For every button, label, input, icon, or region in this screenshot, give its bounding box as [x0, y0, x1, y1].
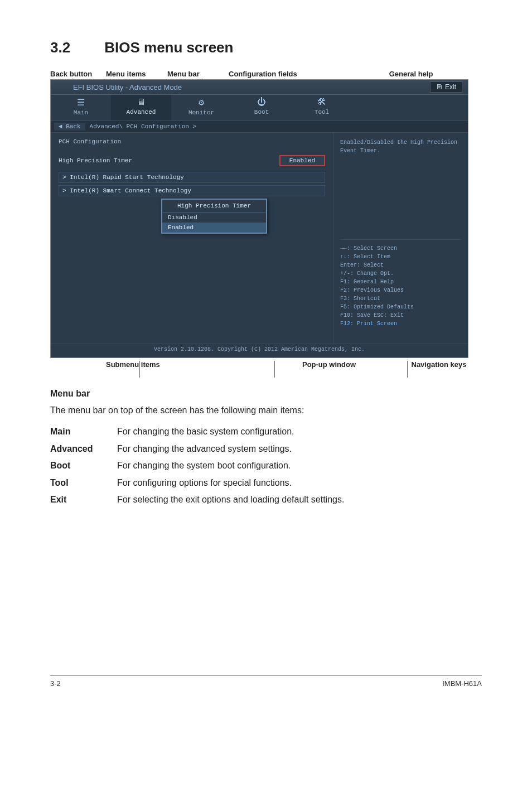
breadcrumb-row: ◄ Back Advanced\ PCH Configuration > [51, 120, 468, 133]
submenu-smart-connect[interactable]: > Intel(R) Smart Connect Technology [59, 185, 325, 196]
def-term: Exit [50, 491, 117, 508]
exit-icon: 🖹 [436, 83, 443, 91]
def-row: Main For changing the basic system confi… [50, 423, 482, 440]
pch-section-title: PCH Configuration [59, 138, 325, 145]
def-desc: For configuring options for special func… [117, 475, 292, 491]
def-row: Boot For changing the system boot config… [50, 457, 482, 474]
def-row: Advanced For changing the advanced syste… [50, 441, 482, 457]
page-number: 3-2 [50, 679, 61, 688]
section-heading: 3.2 BIOS menu screen [50, 39, 482, 56]
bios-main-panel: PCH Configuration High Precision Timer E… [51, 133, 333, 348]
label-popup-window: Pop-up window [262, 360, 396, 369]
label-menu-bar: Menu bar [167, 70, 229, 78]
tool-icon: 🛠 [292, 97, 352, 108]
tab-monitor[interactable]: ⚙ Monitor [171, 95, 231, 120]
nav-key-line: F1: General Help [340, 278, 461, 286]
tab-advanced[interactable]: 🖥 Advanced [111, 95, 171, 120]
section-title-text: BIOS menu screen [104, 39, 233, 56]
tab-label: Monitor [188, 109, 214, 116]
tab-main[interactable]: ☰ Main [51, 95, 111, 120]
bottom-annotation-labels: Submenu items Pop-up window Navigation k… [50, 360, 482, 369]
menubar-definitions: Main For changing the basic system confi… [50, 423, 482, 508]
label-back-button: Back button [50, 70, 106, 78]
bios-titlebar: EFI BIOS Utility - Advanced Mode 🖹 Exit [51, 80, 468, 94]
nav-key-line: →←: Select Screen [340, 244, 461, 253]
tab-label: Main [74, 109, 88, 116]
label-submenu-items: Submenu items [50, 360, 262, 369]
menubar-heading: Menu bar [50, 389, 482, 399]
tab-tool[interactable]: 🛠 Tool [292, 95, 352, 120]
label-config-fields: Configuration fields [229, 70, 340, 78]
def-term: Boot [50, 457, 117, 474]
nav-key-line: F12: Print Screen [340, 320, 461, 328]
back-button[interactable]: ◄ Back [54, 123, 85, 131]
nav-key-line: F10: Save ESC: Exit [340, 311, 461, 320]
hpt-row[interactable]: High Precision Timer Enabled [59, 155, 325, 166]
top-annotation-labels: Back button Menu items Menu bar Configur… [50, 70, 482, 78]
def-term: Tool [50, 475, 117, 491]
back-arrow-icon: ◄ [59, 123, 66, 130]
menubar-intro: The menu bar on top of the screen has th… [50, 404, 482, 417]
bios-help-panel: Enabled/Disabled the High Precision Even… [333, 133, 468, 348]
nav-key-line: F2: Previous Values [340, 286, 461, 294]
def-term: Advanced [50, 441, 117, 457]
section-number: 3.2 [50, 39, 100, 56]
popup-window: High Precision Timer Disabled Enabled [161, 199, 267, 234]
nav-key-line: +/-: Change Opt. [340, 269, 461, 278]
exit-label: Exit [445, 83, 456, 91]
def-desc: For changing the basic system configurat… [117, 423, 294, 440]
def-row: Exit For selecting the exit options and … [50, 491, 482, 508]
breadcrumb: Advanced\ PCH Configuration > [90, 123, 196, 130]
popup-title: High Precision Timer [162, 200, 266, 212]
def-desc: For changing the advanced system setting… [117, 441, 292, 457]
popup-option-enabled[interactable]: Enabled [162, 223, 266, 233]
def-row: Tool For configuring options for special… [50, 475, 482, 491]
exit-button[interactable]: 🖹 Exit [430, 81, 462, 93]
hpt-label: High Precision Timer [59, 157, 279, 164]
navigation-keys: →←: Select Screen ↑↓: Select Item Enter:… [340, 239, 461, 328]
tab-label: Advanced [127, 109, 156, 115]
tab-label: Tool [315, 109, 329, 115]
back-label: Back [66, 123, 80, 130]
nav-key-line: ↑↓: Select Item [340, 253, 461, 261]
def-term: Main [50, 423, 117, 440]
list-icon: ☰ [51, 97, 111, 108]
nav-key-line: F5: Optimized Defaults [340, 303, 461, 311]
chip-icon: 🖥 [111, 97, 171, 108]
def-desc: For selecting the exit options and loadi… [117, 491, 344, 508]
label-menu-items: Menu items [106, 70, 167, 78]
bios-version-footer: Version 2.10.1208. Copyright (C) 2012 Am… [51, 344, 468, 357]
page-footer: 3-2 IMBM-H61A [50, 675, 482, 688]
model-name: IMBM-H61A [442, 679, 482, 688]
gauge-icon: ⚙ [171, 97, 231, 108]
hpt-value-field[interactable]: Enabled [279, 155, 325, 166]
nav-key-line: F3: Shortcut [340, 294, 461, 303]
general-help-text: Enabled/Disabled the High Precision Even… [340, 138, 461, 155]
bios-title: EFI BIOS Utility - Advanced Mode [56, 83, 430, 91]
power-icon: ⏻ [231, 97, 292, 108]
bios-menu-bar: ☰ Main 🖥 Advanced ⚙ Monitor ⏻ Boot 🛠 [51, 94, 468, 120]
tab-label: Boot [254, 109, 269, 115]
submenu-rapid-start[interactable]: > Intel(R) Rapid Start Technology [59, 172, 325, 183]
nav-key-line: Enter: Select [340, 261, 461, 269]
label-general-help: General help [340, 70, 482, 78]
bios-screenshot: EFI BIOS Utility - Advanced Mode 🖹 Exit … [50, 79, 468, 358]
tab-boot[interactable]: ⏻ Boot [231, 95, 292, 120]
def-desc: For changing the system boot configurati… [117, 457, 291, 474]
popup-option-disabled[interactable]: Disabled [162, 212, 266, 223]
label-navigation-keys: Navigation keys [396, 360, 482, 369]
